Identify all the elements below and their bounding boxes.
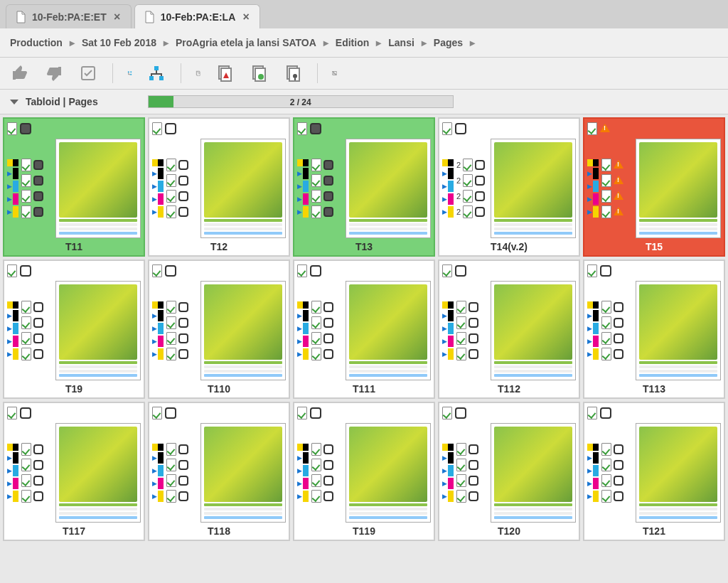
sep-check[interactable] (323, 191, 333, 201)
sep-check[interactable] (323, 160, 333, 170)
page-thumbnail[interactable] (491, 281, 576, 380)
page-card[interactable]: ▶▶▶▶T19 (3, 260, 145, 399)
page-thumbnail[interactable] (636, 423, 721, 523)
breadcrumb-item[interactable]: Production (10, 37, 63, 48)
sep-check[interactable] (475, 207, 485, 217)
collapse-toggle-icon[interactable] (10, 100, 18, 105)
tab-1[interactable]: 10-Feb:PA:E:LA× (134, 4, 261, 28)
status-check[interactable] (310, 265, 321, 277)
sep-check[interactable] (475, 176, 485, 186)
sep-check[interactable] (323, 318, 333, 328)
breadcrumb-item[interactable]: Lansi (388, 37, 414, 48)
sep-check[interactable] (469, 491, 478, 501)
status-check[interactable] (600, 407, 611, 419)
sep-check[interactable] (178, 491, 188, 501)
sep-check[interactable] (33, 476, 43, 486)
page-card[interactable]: ▶▶▶▶T13 (293, 117, 435, 257)
page-thumbnail[interactable] (491, 139, 576, 238)
sep-check[interactable] (178, 318, 188, 328)
sep-check[interactable] (323, 460, 333, 470)
status-check[interactable] (165, 123, 176, 134)
sep-check[interactable] (178, 460, 188, 470)
tab-0[interactable]: 10-Feb:PA:E:ET× (6, 4, 132, 28)
page-card[interactable]: ▶▶▶▶T11 (3, 117, 145, 257)
sep-check[interactable] (469, 302, 478, 312)
page-card[interactable]: ▶▶▶▶T113 (583, 260, 725, 399)
structure-button[interactable] (146, 63, 166, 83)
sep-check[interactable] (33, 176, 43, 186)
page-thumbnail[interactable] (491, 423, 576, 523)
breadcrumb-item[interactable]: Sat 10 Feb 2018 (82, 37, 156, 48)
tree-view-button[interactable] (112, 63, 132, 83)
sep-check[interactable] (614, 460, 623, 470)
status-check[interactable] (20, 123, 31, 134)
sep-check[interactable] (475, 191, 485, 201)
pages-unknown-button[interactable]: ? (181, 63, 200, 83)
breadcrumb-item[interactable]: Edition (336, 37, 369, 48)
sep-check[interactable] (178, 176, 188, 186)
sep-check[interactable] (33, 191, 43, 201)
sep-check[interactable] (469, 333, 478, 343)
sep-check[interactable] (178, 191, 188, 201)
sep-check[interactable] (33, 491, 43, 501)
page-card[interactable]: ▶▶▶▶T112 (438, 260, 580, 399)
sep-check[interactable] (614, 491, 623, 501)
page-card[interactable]: ▶▶▶▶T111 (293, 260, 435, 399)
sep-check[interactable] (33, 333, 43, 343)
page-card[interactable]: ▶▶▶▶T15 (583, 117, 725, 257)
pages-pin-button[interactable] (283, 63, 303, 83)
image-off-button[interactable] (317, 63, 337, 83)
sep-check[interactable] (178, 302, 188, 312)
page-card[interactable]: ▶▶▶▶T119 (293, 402, 435, 541)
close-icon[interactable]: × (241, 12, 251, 22)
page-thumbnail[interactable] (346, 281, 431, 380)
page-card[interactable]: ▶▶▶▶T120 (438, 402, 580, 541)
sep-check[interactable] (614, 302, 623, 312)
reject-button[interactable] (44, 63, 64, 83)
sep-check[interactable] (614, 333, 623, 343)
approve-button[interactable] (10, 63, 30, 83)
sep-check[interactable] (178, 207, 188, 217)
sep-check[interactable] (33, 207, 43, 217)
page-thumbnail[interactable] (200, 139, 286, 238)
sep-check[interactable] (469, 476, 478, 486)
page-thumbnail[interactable] (636, 139, 721, 238)
page-thumbnail[interactable] (55, 423, 141, 523)
page-thumbnail[interactable] (200, 423, 286, 523)
checkmark-button[interactable] (78, 63, 98, 83)
sep-check[interactable] (614, 476, 623, 486)
sep-check[interactable] (323, 444, 333, 454)
page-thumbnail[interactable] (636, 281, 721, 380)
sep-check[interactable] (614, 444, 623, 454)
page-card[interactable]: ▶▶▶▶T110 (148, 260, 290, 399)
sep-check[interactable] (469, 460, 478, 470)
sep-check[interactable] (469, 318, 478, 328)
status-check[interactable] (20, 265, 31, 277)
page-card[interactable]: ▶▶▶▶2222T14(v.2) (438, 117, 580, 257)
page-card[interactable]: ▶▶▶▶T121 (583, 402, 725, 541)
sep-check[interactable] (178, 349, 188, 359)
sep-check[interactable] (178, 160, 188, 170)
status-check[interactable] (455, 407, 466, 419)
sep-check[interactable] (33, 302, 43, 312)
page-card[interactable]: ▶▶▶▶T117 (3, 402, 145, 541)
sep-check[interactable] (323, 176, 333, 186)
sep-check[interactable] (178, 333, 188, 343)
sep-check[interactable] (469, 349, 478, 359)
page-thumbnail[interactable] (55, 139, 141, 238)
page-thumbnail[interactable] (346, 139, 431, 238)
status-check[interactable] (600, 265, 611, 277)
close-icon[interactable]: × (112, 12, 122, 22)
sep-check[interactable] (33, 318, 43, 328)
status-check[interactable] (455, 123, 466, 134)
breadcrumb-item[interactable]: ProAgria etela ja lansi SATOA (176, 37, 316, 48)
sep-check[interactable] (323, 476, 333, 486)
page-thumbnail[interactable] (200, 281, 286, 380)
sep-check[interactable] (33, 160, 43, 170)
pages-alert-button[interactable] (215, 63, 235, 83)
status-check[interactable] (165, 265, 176, 277)
status-check[interactable] (20, 407, 31, 419)
sep-check[interactable] (614, 349, 623, 359)
sep-check[interactable] (323, 207, 333, 217)
sep-check[interactable] (33, 460, 43, 470)
